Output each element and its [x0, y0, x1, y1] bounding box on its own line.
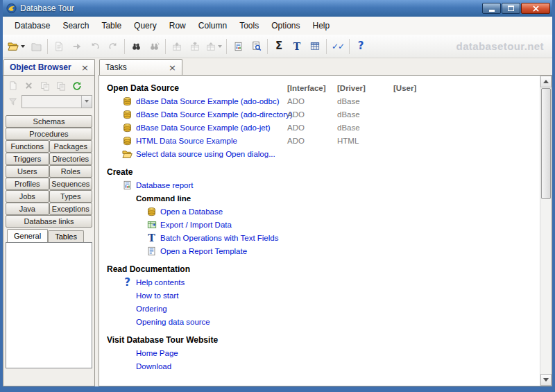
open-database-link[interactable]: Open a Database: [160, 207, 223, 216]
data-source-link[interactable]: dBase Data Source Example (ado-jet): [136, 123, 271, 132]
export-import-icon: [146, 219, 157, 230]
new-object-button[interactable]: [6, 78, 20, 93]
menu-item-query[interactable]: Query: [128, 18, 163, 33]
category-button-triggers[interactable]: Triggers: [6, 153, 49, 165]
menu-item-row[interactable]: Row: [163, 18, 192, 33]
reopen-button[interactable]: [27, 37, 45, 56]
category-button-sequences[interactable]: Sequences: [49, 178, 93, 190]
object-filter-combo[interactable]: [22, 95, 92, 108]
scrollbar-track[interactable]: [540, 200, 552, 374]
grid-icon: [310, 42, 320, 51]
combo-dropdown-button[interactable]: [81, 96, 92, 108]
refresh-button[interactable]: [69, 78, 84, 93]
documentation-row: Ordering: [99, 302, 540, 315]
minimize-button[interactable]: [482, 3, 501, 14]
menu-item-help[interactable]: Help: [307, 18, 336, 33]
category-button-functions[interactable]: Functions: [6, 140, 49, 153]
export-options-button[interactable]: [204, 37, 224, 56]
text-fields-button[interactable]: T: [288, 37, 306, 56]
text-fields-icon: T: [146, 232, 157, 243]
filter-button[interactable]: [6, 94, 20, 109]
title-bar[interactable]: Database Tour: [3, 0, 552, 17]
scroll-up-button[interactable]: [540, 76, 552, 87]
report-template-link[interactable]: Open a Report Template: [160, 247, 247, 255]
go-button[interactable]: [68, 37, 86, 56]
copy-object-button[interactable]: [53, 78, 68, 93]
category-button-java[interactable]: Java: [6, 203, 49, 215]
interface-value: ADO: [287, 110, 337, 119]
ordering-link[interactable]: Ordering: [136, 305, 167, 313]
data-source-link[interactable]: HTML Data Source Example: [136, 137, 237, 145]
aggregate-button[interactable]: Σ: [270, 37, 288, 56]
export-data-button[interactable]: [168, 37, 186, 56]
find-button[interactable]: [127, 37, 145, 56]
report-button[interactable]: [229, 37, 247, 56]
category-button-roles[interactable]: Roles: [49, 165, 93, 178]
script-object-button[interactable]: [37, 78, 52, 93]
menu-item-search[interactable]: Search: [56, 18, 95, 33]
command-line-header: Command line: [99, 191, 540, 205]
tab-object-browser[interactable]: Object Browser ×: [3, 59, 95, 75]
download-link[interactable]: Download: [136, 362, 171, 370]
maximize-button[interactable]: [502, 3, 520, 14]
section-title-read-documentation: Read Documentation: [107, 264, 190, 274]
double-check-icon: ✓✓: [332, 42, 344, 51]
category-button-database-links[interactable]: Database links: [6, 215, 92, 228]
close-tab-icon[interactable]: ×: [169, 63, 176, 72]
tab-label: Object Browser: [10, 62, 71, 72]
grid-view-button[interactable]: [306, 37, 324, 56]
driver-value: dBase: [337, 123, 393, 132]
menu-item-column[interactable]: Column: [192, 18, 233, 33]
data-source-link[interactable]: dBase Data Source Example (ado-directory…: [136, 110, 293, 119]
category-button-types[interactable]: Types: [49, 190, 93, 203]
database-report-link[interactable]: Database report: [136, 181, 193, 189]
category-button-packages[interactable]: Packages: [49, 140, 93, 153]
binoculars-next-icon: [149, 42, 160, 51]
close-tab-icon[interactable]: ×: [81, 63, 89, 72]
open-data-source-button[interactable]: [6, 37, 27, 56]
category-button-profiles[interactable]: Profiles: [6, 178, 49, 190]
opening-data-source-link[interactable]: Opening data source: [136, 318, 210, 326]
help-contents-link[interactable]: Help contents: [136, 278, 185, 287]
menu-bar: Database Search Table Query Row Column T…: [3, 17, 552, 35]
category-button-procedures[interactable]: Procedures: [6, 128, 92, 140]
export-table-icon: [172, 42, 182, 51]
export-import-link[interactable]: Export / Import Data: [160, 221, 232, 229]
copy-data-button[interactable]: [50, 37, 68, 56]
category-button-exceptions[interactable]: Exceptions: [49, 203, 93, 215]
home-page-link[interactable]: Home Page: [136, 349, 178, 357]
validate-button[interactable]: ✓✓: [329, 37, 347, 56]
menu-item-table[interactable]: Table: [95, 18, 128, 33]
how-to-start-link[interactable]: How to start: [136, 291, 178, 300]
delete-object-button[interactable]: [22, 78, 36, 93]
find-next-button[interactable]: [145, 37, 163, 56]
import-data-button[interactable]: [186, 37, 204, 56]
tab-general[interactable]: General: [7, 229, 48, 242]
help-button[interactable]: ?: [352, 37, 370, 56]
category-button-directories[interactable]: Directories: [49, 153, 93, 165]
undo-button[interactable]: [86, 37, 104, 56]
tab-tasks[interactable]: Tasks ×: [99, 59, 182, 75]
print-preview-button[interactable]: [247, 37, 265, 56]
database-icon: [122, 135, 133, 146]
menu-item-tools[interactable]: Tools: [233, 18, 265, 33]
database-icon: [146, 206, 157, 216]
tasks-content: Open Data Source [Interface] [Driver] [U…: [99, 76, 540, 386]
scroll-down-button[interactable]: [540, 374, 552, 386]
print-preview-icon: [251, 41, 262, 51]
open-dialog-link[interactable]: Select data source using Open dialog...: [136, 150, 275, 158]
object-list[interactable]: [6, 242, 92, 368]
arrow-up-icon: [543, 80, 549, 83]
category-button-jobs[interactable]: Jobs: [6, 190, 49, 203]
category-button-schemas[interactable]: Schemas: [6, 115, 92, 128]
data-source-link[interactable]: dBase Data Source Example (ado-odbc): [136, 97, 279, 105]
menu-item-options[interactable]: Options: [265, 18, 306, 33]
close-button[interactable]: [521, 3, 550, 14]
tab-tables[interactable]: Tables: [48, 230, 84, 242]
scrollbar-thumb[interactable]: [541, 88, 551, 199]
redo-button[interactable]: [104, 37, 122, 56]
batch-operations-link[interactable]: Batch Operations with Text Fields: [160, 234, 278, 242]
category-button-users[interactable]: Users: [6, 165, 49, 178]
vertical-scrollbar[interactable]: [540, 76, 552, 386]
menu-item-database[interactable]: Database: [8, 18, 56, 33]
